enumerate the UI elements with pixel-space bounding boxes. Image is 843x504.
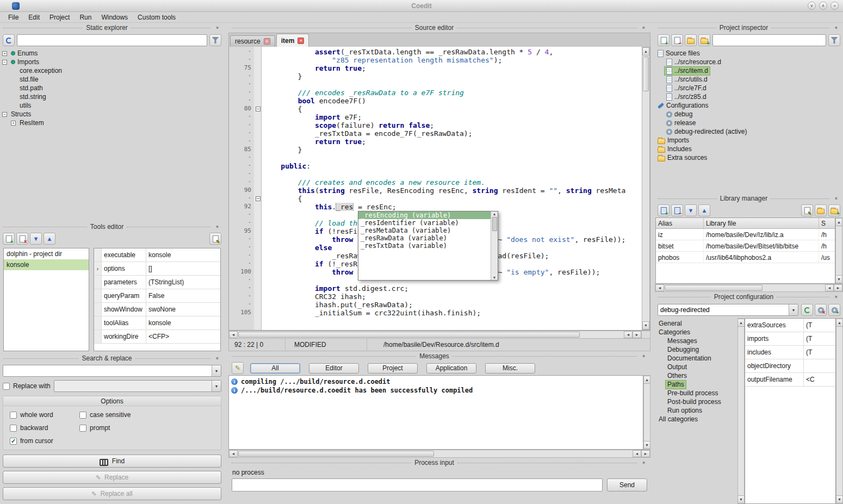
message-row[interactable]: i/.../build/resource.d.coedit has been s… bbox=[231, 386, 641, 395]
close-panel-icon[interactable]: × bbox=[214, 355, 221, 362]
category-item[interactable]: All categories bbox=[655, 415, 737, 424]
category-item[interactable]: General bbox=[655, 319, 737, 328]
code-line[interactable]: · assert(_resTxtData.length == _resRawDa… bbox=[229, 48, 642, 56]
category-item[interactable]: Messages bbox=[655, 337, 737, 345]
editor-tab-item[interactable]: item× bbox=[276, 34, 309, 47]
menu-edit[interactable]: Edit bbox=[23, 13, 45, 22]
scroll-left-button[interactable]: ◄ bbox=[229, 450, 238, 457]
expander-icon[interactable]: − bbox=[2, 60, 7, 65]
scrollbar-thumb[interactable] bbox=[238, 451, 434, 457]
scroll-up-button[interactable]: ▲ bbox=[642, 47, 649, 55]
option-prompt[interactable]: prompt bbox=[79, 421, 131, 434]
filter-button[interactable] bbox=[209, 34, 221, 46]
close-button[interactable]: × bbox=[830, 2, 839, 10]
editor-tab-resource[interactable]: resource× bbox=[230, 35, 275, 47]
code-line[interactable]: 90 this(string resFile, ResEncoding resE… bbox=[229, 186, 642, 195]
fold-icon[interactable]: − bbox=[256, 107, 261, 111]
symbol-tree-item[interactable]: −Structs bbox=[0, 110, 224, 119]
code-line[interactable]: · ihash.put(_resRawData); bbox=[229, 301, 642, 309]
message-row[interactable]: icompiling /.../build/resource.d.coedit bbox=[231, 377, 641, 386]
refresh-button[interactable] bbox=[3, 34, 15, 46]
code-line[interactable]: · bool encodee7F() bbox=[229, 97, 642, 105]
scroll-right-button[interactable]: ► bbox=[633, 331, 641, 338]
editor-vertical-scrollbar[interactable]: ▲ ▼ bbox=[642, 47, 650, 330]
inspector-filter-input[interactable] bbox=[712, 34, 826, 46]
scroll-right-button[interactable]: ► bbox=[834, 284, 842, 291]
project-tree-item[interactable]: ../src/resource.d bbox=[655, 58, 843, 66]
property-value[interactable]: [] bbox=[146, 262, 220, 275]
scroll-up-button[interactable]: ▲ bbox=[643, 376, 650, 384]
messages-horizontal-scrollbar[interactable]: ◄ ◄ ► bbox=[228, 450, 650, 458]
project-tree-item[interactable]: Source files bbox=[655, 49, 843, 58]
replace-all-button[interactable]: ✎ Replace all bbox=[3, 487, 221, 500]
process-input-field[interactable] bbox=[232, 478, 603, 491]
move-tool-down-button[interactable]: ▼ bbox=[30, 233, 42, 245]
scroll-up-icon[interactable]: ▲ bbox=[493, 212, 497, 216]
add-tool-button[interactable] bbox=[3, 233, 15, 245]
property-row[interactable]: ›options[] bbox=[94, 262, 220, 276]
code-line[interactable]: 80− { bbox=[229, 105, 642, 113]
add-configuration-button[interactable] bbox=[828, 304, 840, 316]
register-library-folder-button[interactable] bbox=[815, 204, 827, 216]
close-panel-icon[interactable]: × bbox=[833, 24, 840, 32]
remove-library-button[interactable] bbox=[671, 204, 683, 216]
scrollbar-thumb[interactable] bbox=[238, 332, 580, 338]
send-button[interactable]: Send bbox=[607, 478, 647, 491]
category-item[interactable]: Categories bbox=[655, 328, 737, 337]
scroll-left-button[interactable]: ◄ bbox=[633, 450, 641, 457]
configuration-selector[interactable] bbox=[658, 304, 798, 316]
scroll-down-icon[interactable]: ▼ bbox=[493, 276, 497, 279]
scrollbar-thumb[interactable] bbox=[665, 285, 763, 291]
code-line[interactable]: · bbox=[229, 154, 642, 162]
open-folder-button[interactable] bbox=[698, 34, 710, 46]
category-item[interactable]: Debugging bbox=[655, 345, 737, 354]
column-header[interactable]: S bbox=[819, 218, 835, 228]
filter-misc[interactable]: Misc. bbox=[485, 363, 535, 374]
replace-button[interactable]: ✎ Replace bbox=[3, 471, 221, 484]
remove-configuration-button[interactable] bbox=[815, 304, 827, 316]
category-item[interactable]: Documentation bbox=[655, 354, 737, 363]
tool-list-item[interactable]: konsole bbox=[4, 259, 89, 270]
project-tree-item[interactable]: Includes bbox=[655, 145, 843, 153]
option-whole-word[interactable]: whole word bbox=[10, 408, 79, 421]
menu-custom-tools[interactable]: Custom tools bbox=[133, 13, 181, 22]
filter-application[interactable]: Application bbox=[426, 363, 476, 374]
property-value[interactable] bbox=[804, 359, 835, 372]
code-line[interactable]: 105 _initialSum = crc322uint(ihash.finis… bbox=[229, 309, 642, 317]
add-library-button[interactable] bbox=[658, 204, 670, 216]
close-panel-icon[interactable]: × bbox=[833, 195, 840, 202]
scroll-down-button[interactable]: ▼ bbox=[642, 321, 649, 329]
category-vertical-scrollbar[interactable]: ▲ ▼ bbox=[737, 318, 745, 504]
option-case-sensitive[interactable]: case sensitive bbox=[79, 408, 131, 421]
remove-source-button[interactable] bbox=[671, 34, 683, 46]
fold-icon[interactable]: − bbox=[256, 196, 261, 201]
menu-file[interactable]: File bbox=[3, 13, 23, 22]
replace-term-input[interactable] bbox=[54, 380, 221, 392]
completion-item[interactable]: _resRawData (variable) bbox=[358, 234, 491, 242]
close-panel-icon[interactable]: × bbox=[640, 459, 647, 466]
code-line[interactable]: · scope(failure) return false; bbox=[229, 121, 642, 129]
category-item[interactable]: Run options bbox=[655, 406, 737, 415]
editor-horizontal-scrollbar[interactable]: ◄ ◄ ► bbox=[228, 331, 642, 339]
project-tree-item[interactable]: debug-redirected (active) bbox=[655, 127, 843, 136]
code-line[interactable]: · CRC32 ihash; bbox=[229, 293, 642, 301]
symbol-tree-item[interactable]: −Imports bbox=[0, 58, 224, 66]
checkbox-icon[interactable] bbox=[10, 412, 17, 419]
property-value[interactable]: (TStringList) bbox=[146, 276, 220, 289]
property-value[interactable]: konsole bbox=[146, 316, 220, 329]
close-panel-icon[interactable]: × bbox=[640, 24, 647, 32]
checkbox-icon[interactable] bbox=[79, 412, 86, 419]
scroll-up-button[interactable]: ▲ bbox=[836, 319, 843, 327]
scroll-up-button[interactable]: ▲ bbox=[835, 218, 842, 226]
symbol-tree-item[interactable]: +ResItem bbox=[0, 119, 224, 127]
symbol-tree-item[interactable]: +Enums bbox=[0, 49, 224, 58]
sync-configuration-button[interactable] bbox=[801, 304, 813, 316]
property-row[interactable]: executablekonsole bbox=[94, 248, 220, 262]
category-item[interactable]: Pre-build process bbox=[655, 389, 737, 397]
code-line[interactable]: · _resTxtData = encode_7F(_resRawData); bbox=[229, 129, 642, 138]
shade-button[interactable]: ∨ bbox=[808, 2, 816, 10]
move-library-down-button[interactable]: ▼ bbox=[685, 204, 697, 216]
scroll-left-button[interactable]: ◄ bbox=[655, 284, 664, 291]
property-row[interactable]: showWindowswoNone bbox=[94, 303, 220, 316]
scrollbar-thumb[interactable] bbox=[643, 57, 649, 91]
